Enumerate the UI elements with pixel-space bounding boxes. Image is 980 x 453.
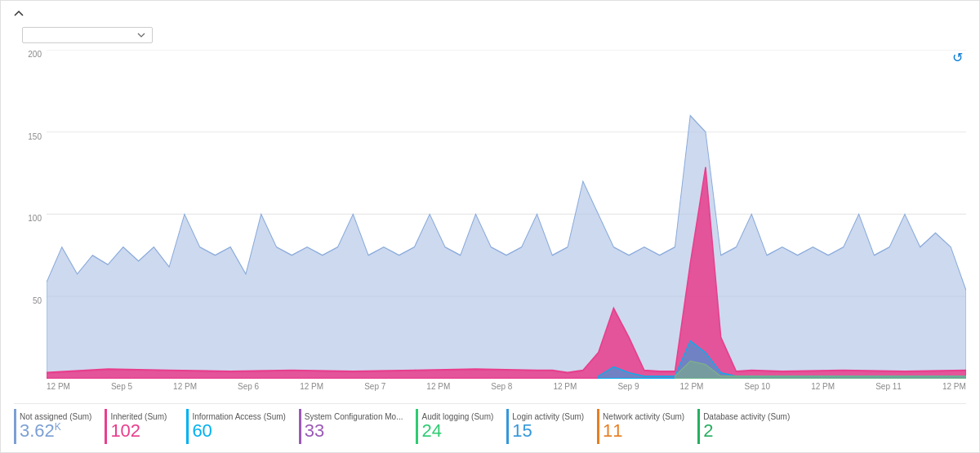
- legend-item-inherited: Inherited (Sum)102: [105, 409, 186, 444]
- legend-value-database-activity: 2: [703, 421, 713, 441]
- legend-value-information-access: 60: [192, 421, 212, 441]
- legend-item-database-activity: Database activity (Sum)2: [697, 409, 803, 444]
- chevron-up-icon: [14, 9, 24, 19]
- x-label-0: 12 PM: [47, 382, 70, 391]
- legend-label-database-activity: Database activity (Sum): [703, 412, 790, 421]
- x-label-14: 12 PM: [942, 382, 966, 391]
- legend-value-not-assigned: 3.62K: [20, 421, 61, 441]
- legend-value-login-activity: 15: [512, 421, 532, 441]
- controls-row: [14, 27, 966, 43]
- x-label-4: 12 PM: [300, 382, 323, 391]
- detail-dropdown[interactable]: [22, 27, 153, 43]
- chart-svg: [47, 50, 966, 379]
- chart-plot: [47, 50, 966, 379]
- legend-item-login-activity: Login activity (Sum)15: [506, 409, 597, 444]
- legend-value-inherited: 102: [110, 421, 140, 441]
- legend-item-audit-logging: Audit logging (Sum)24: [416, 409, 506, 444]
- legend-value-network-activity: 11: [603, 421, 622, 441]
- legend-item-system-config: System Configuration Mo...33: [299, 409, 416, 444]
- y-axis: 200 150 100 50: [14, 50, 47, 379]
- legend-value-audit-logging: 24: [421, 421, 441, 441]
- chevron-down-icon: [137, 31, 145, 39]
- x-label-3: Sep 6: [238, 382, 259, 391]
- x-label-6: 12 PM: [426, 382, 450, 391]
- x-label-13: Sep 11: [875, 382, 902, 391]
- widget-header: [14, 9, 966, 19]
- x-label-2: 12 PM: [173, 382, 197, 391]
- x-label-1: Sep 5: [111, 382, 132, 391]
- chart-area: ↺ 200 150 100 50: [14, 50, 966, 403]
- x-label-9: Sep 9: [617, 382, 639, 391]
- x-label-7: Sep 8: [491, 382, 512, 391]
- x-label-8: 12 PM: [553, 382, 577, 391]
- legend-item-network-activity: Network activity (Sum)11: [597, 409, 697, 444]
- legend-item-information-access: Information Access (Sum)60: [186, 409, 298, 444]
- x-label-10: 12 PM: [680, 382, 704, 391]
- x-axis: 12 PM Sep 5 12 PM Sep 6 12 PM Sep 7 12 P…: [47, 379, 966, 403]
- legend-value-system-config: 33: [305, 421, 324, 441]
- legend-row: Not assigned (Sum)3.62KInherited (Sum)10…: [14, 403, 966, 444]
- x-label-5: Sep 7: [364, 382, 385, 391]
- x-label-11: Sep 10: [744, 382, 770, 391]
- x-label-12: 12 PM: [811, 382, 835, 391]
- legend-item-not-assigned: Not assigned (Sum)3.62K: [14, 409, 105, 444]
- incidents-trend-widget: ↺ 200 150 100 50: [0, 0, 980, 453]
